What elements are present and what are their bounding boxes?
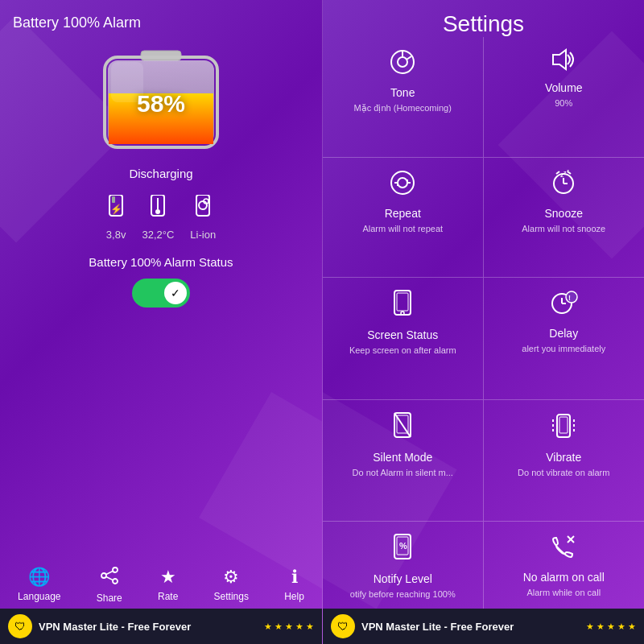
nav-share-label: Share xyxy=(97,592,122,604)
call-icon xyxy=(550,533,577,566)
svg-line-30 xyxy=(556,171,559,174)
ad-banner-right[interactable]: 🛡 VPN Master Lite - Free Forever ★ ★ ★ ★… xyxy=(323,609,644,644)
repeat-icon xyxy=(389,169,416,202)
svg-text:z: z xyxy=(567,169,569,173)
setting-delay[interactable]: ! Delay alert you immediately xyxy=(484,278,645,400)
nav-rate-label: Rate xyxy=(158,591,178,602)
settings-icon: ⚙ xyxy=(223,567,239,588)
liion-value: Li-ion xyxy=(190,229,216,241)
svg-rect-36 xyxy=(397,293,408,311)
silent-sub: Do not Alarm in silent m... xyxy=(353,467,453,478)
rate-icon: ★ xyxy=(160,567,176,588)
ad-icon-right: 🛡 xyxy=(331,614,355,638)
stat-voltage: ⚡ 3,8v xyxy=(106,195,126,241)
tone-sub: Mặc định (Homecoming) xyxy=(354,102,452,114)
nav-share[interactable]: Share xyxy=(97,567,122,604)
battery-container: 58% xyxy=(97,47,225,160)
setting-silent[interactable]: Silent Mode Do not Alarm in silent m... xyxy=(323,400,484,522)
svg-point-37 xyxy=(401,312,404,315)
stats-row: ⚡ 3,8v 32,2°C xyxy=(106,195,216,241)
voltage-value: 3,8v xyxy=(106,229,126,241)
nav-settings-label: Settings xyxy=(214,591,249,602)
toggle-knob: ✓ xyxy=(164,282,187,304)
svg-text:⚡: ⚡ xyxy=(110,203,122,215)
nav-help[interactable]: ℹ Help xyxy=(284,567,304,604)
settings-grid: Tone Mặc định (Homecoming) Volume 90% xyxy=(323,37,644,644)
ad-stars-right: ★ ★ ★ ★ ★ xyxy=(586,621,636,632)
svg-text:%: % xyxy=(399,541,407,551)
ad-banner-left[interactable]: 🛡 VPN Master Lite - Free Forever ★ ★ ★ ★… xyxy=(0,609,322,644)
tone-name: Tone xyxy=(390,86,415,99)
snooze-name: Snooze xyxy=(545,207,583,220)
screen-sub: Keep screen on after alarm xyxy=(349,345,456,356)
setting-snooze[interactable]: z z z Snooze Alarm will not snooze xyxy=(484,158,645,279)
notify-icon: % xyxy=(391,533,414,568)
setting-repeat[interactable]: Repeat Alarm will not repeat xyxy=(323,158,484,279)
delay-sub: alert you immediately xyxy=(522,343,605,354)
delay-name: Delay xyxy=(549,327,578,340)
svg-text:!: ! xyxy=(568,294,571,302)
snooze-sub: Alarm will not snooze xyxy=(522,223,605,234)
ad-icon-left: 🛡 xyxy=(8,614,32,638)
setting-vibrate[interactable]: Vibrate Do not vibrate on alarm xyxy=(484,400,645,522)
ad-title-right: VPN Master Lite - Free Forever xyxy=(361,621,580,633)
stat-liion: Li-ion xyxy=(190,195,216,241)
vibrate-icon xyxy=(550,411,577,446)
silent-name: Silent Mode xyxy=(373,451,432,464)
svg-rect-47 xyxy=(559,417,568,433)
svg-marker-25 xyxy=(553,50,566,69)
temp-value: 32,2°C xyxy=(142,229,174,241)
right-title: Settings xyxy=(443,11,524,37)
screen-name: Screen Status xyxy=(367,328,438,341)
alarm-toggle[interactable]: ✓ xyxy=(132,279,190,308)
battery-graphic: 58% xyxy=(97,47,225,160)
liion-icon xyxy=(193,195,213,225)
svg-point-17 xyxy=(113,579,118,584)
setting-volume[interactable]: Volume 90% xyxy=(484,37,645,158)
svg-point-12 xyxy=(155,209,160,214)
nav-settings[interactable]: ⚙ Settings xyxy=(214,567,249,604)
setting-screen[interactable]: Screen Status Keep screen on after alarm xyxy=(323,278,484,400)
svg-point-22 xyxy=(398,57,407,67)
share-icon xyxy=(101,567,118,589)
help-icon: ℹ xyxy=(291,567,298,588)
repeat-name: Repeat xyxy=(385,207,421,220)
silent-icon xyxy=(391,411,414,446)
vibrate-sub: Do not vibrate on alarm xyxy=(518,467,609,478)
notify-name: Notify Level xyxy=(374,572,432,585)
vibrate-name: Vibrate xyxy=(546,451,581,464)
nav-language-label: Language xyxy=(18,591,60,602)
language-icon: 🌐 xyxy=(28,567,50,588)
svg-rect-8 xyxy=(112,196,115,203)
bottom-nav: 🌐 Language Share ★ Rate ⚙ Settings xyxy=(0,567,322,604)
svg-point-18 xyxy=(101,573,106,578)
right-panel: Settings Tone Mặc định (Homecoming) xyxy=(322,0,644,644)
tone-icon xyxy=(389,48,416,81)
left-title: Battery 100% Alarm xyxy=(0,14,141,31)
svg-rect-46 xyxy=(557,415,570,437)
nav-rate[interactable]: ★ Rate xyxy=(158,567,178,604)
battery-percent: 58% xyxy=(137,90,185,118)
volume-sub: 90% xyxy=(555,97,572,109)
snooze-icon: z z z xyxy=(550,169,577,202)
repeat-sub: Alarm will not repeat xyxy=(362,223,443,234)
left-panel: Battery 100% Alarm xyxy=(0,0,322,644)
toggle-row[interactable]: ✓ xyxy=(132,279,190,308)
ad-stars-left: ★ ★ ★ ★ ★ xyxy=(264,621,314,632)
setting-tone[interactable]: Tone Mặc định (Homecoming) xyxy=(323,37,484,158)
svg-point-16 xyxy=(113,568,118,572)
ad-title-left: VPN Master Lite - Free Forever xyxy=(39,621,258,633)
screen-icon xyxy=(391,289,414,324)
call-name: No alarm on call xyxy=(523,571,605,584)
call-sub: Alarm while on call xyxy=(526,587,601,598)
nav-language[interactable]: 🌐 Language xyxy=(18,567,60,604)
temp-icon xyxy=(148,195,167,225)
volume-icon xyxy=(550,48,577,76)
nav-help-label: Help xyxy=(284,591,304,602)
svg-line-19 xyxy=(106,572,113,575)
svg-line-24 xyxy=(407,56,411,60)
delay-icon: ! xyxy=(549,289,578,322)
notify-sub: otify before reaching 100% xyxy=(350,588,456,600)
stat-temp: 32,2°C xyxy=(142,195,174,241)
svg-line-20 xyxy=(106,577,113,580)
